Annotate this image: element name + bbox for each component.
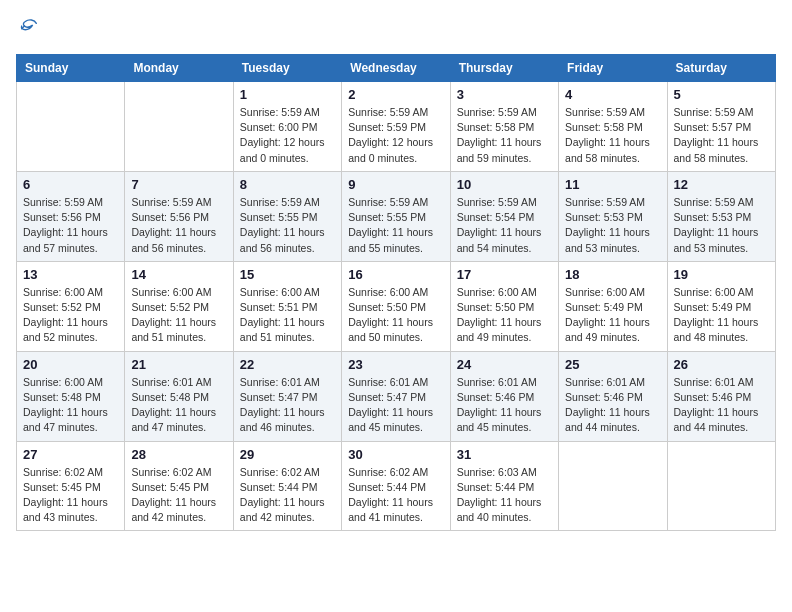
day-info: Sunrise: 5:59 AMSunset: 5:55 PMDaylight:… bbox=[240, 195, 335, 256]
calendar-cell: 25Sunrise: 6:01 AMSunset: 5:46 PMDayligh… bbox=[559, 351, 667, 441]
calendar-cell bbox=[559, 441, 667, 531]
day-number: 4 bbox=[565, 87, 660, 102]
calendar-cell bbox=[125, 82, 233, 172]
day-info: Sunrise: 6:00 AMSunset: 5:49 PMDaylight:… bbox=[674, 285, 769, 346]
calendar-cell: 18Sunrise: 6:00 AMSunset: 5:49 PMDayligh… bbox=[559, 261, 667, 351]
weekday-header-row: SundayMondayTuesdayWednesdayThursdayFrid… bbox=[17, 55, 776, 82]
calendar-cell: 7Sunrise: 5:59 AMSunset: 5:56 PMDaylight… bbox=[125, 171, 233, 261]
calendar-cell: 17Sunrise: 6:00 AMSunset: 5:50 PMDayligh… bbox=[450, 261, 558, 351]
day-number: 25 bbox=[565, 357, 660, 372]
calendar-cell: 12Sunrise: 5:59 AMSunset: 5:53 PMDayligh… bbox=[667, 171, 775, 261]
day-info: Sunrise: 5:59 AMSunset: 5:57 PMDaylight:… bbox=[674, 105, 769, 166]
day-number: 19 bbox=[674, 267, 769, 282]
calendar-cell: 16Sunrise: 6:00 AMSunset: 5:50 PMDayligh… bbox=[342, 261, 450, 351]
calendar-cell: 1Sunrise: 5:59 AMSunset: 6:00 PMDaylight… bbox=[233, 82, 341, 172]
day-info: Sunrise: 6:00 AMSunset: 5:52 PMDaylight:… bbox=[23, 285, 118, 346]
day-number: 14 bbox=[131, 267, 226, 282]
calendar-cell: 29Sunrise: 6:02 AMSunset: 5:44 PMDayligh… bbox=[233, 441, 341, 531]
calendar-cell: 23Sunrise: 6:01 AMSunset: 5:47 PMDayligh… bbox=[342, 351, 450, 441]
day-info: Sunrise: 6:01 AMSunset: 5:46 PMDaylight:… bbox=[457, 375, 552, 436]
calendar-week-row: 20Sunrise: 6:00 AMSunset: 5:48 PMDayligh… bbox=[17, 351, 776, 441]
day-info: Sunrise: 6:02 AMSunset: 5:45 PMDaylight:… bbox=[23, 465, 118, 526]
day-number: 10 bbox=[457, 177, 552, 192]
day-info: Sunrise: 5:59 AMSunset: 5:53 PMDaylight:… bbox=[674, 195, 769, 256]
day-number: 9 bbox=[348, 177, 443, 192]
day-number: 15 bbox=[240, 267, 335, 282]
calendar-cell bbox=[667, 441, 775, 531]
calendar-cell: 6Sunrise: 5:59 AMSunset: 5:56 PMDaylight… bbox=[17, 171, 125, 261]
calendar-cell: 13Sunrise: 6:00 AMSunset: 5:52 PMDayligh… bbox=[17, 261, 125, 351]
weekday-header-monday: Monday bbox=[125, 55, 233, 82]
day-info: Sunrise: 6:01 AMSunset: 5:47 PMDaylight:… bbox=[348, 375, 443, 436]
day-info: Sunrise: 6:00 AMSunset: 5:50 PMDaylight:… bbox=[348, 285, 443, 346]
day-info: Sunrise: 5:59 AMSunset: 5:56 PMDaylight:… bbox=[23, 195, 118, 256]
day-info: Sunrise: 6:01 AMSunset: 5:47 PMDaylight:… bbox=[240, 375, 335, 436]
day-number: 24 bbox=[457, 357, 552, 372]
day-number: 20 bbox=[23, 357, 118, 372]
calendar-cell: 21Sunrise: 6:01 AMSunset: 5:48 PMDayligh… bbox=[125, 351, 233, 441]
day-number: 7 bbox=[131, 177, 226, 192]
day-number: 29 bbox=[240, 447, 335, 462]
day-number: 3 bbox=[457, 87, 552, 102]
calendar-cell: 19Sunrise: 6:00 AMSunset: 5:49 PMDayligh… bbox=[667, 261, 775, 351]
day-info: Sunrise: 6:00 AMSunset: 5:51 PMDaylight:… bbox=[240, 285, 335, 346]
day-info: Sunrise: 6:00 AMSunset: 5:52 PMDaylight:… bbox=[131, 285, 226, 346]
weekday-header-thursday: Thursday bbox=[450, 55, 558, 82]
weekday-header-saturday: Saturday bbox=[667, 55, 775, 82]
day-number: 1 bbox=[240, 87, 335, 102]
calendar-cell: 5Sunrise: 5:59 AMSunset: 5:57 PMDaylight… bbox=[667, 82, 775, 172]
day-info: Sunrise: 6:00 AMSunset: 5:49 PMDaylight:… bbox=[565, 285, 660, 346]
day-number: 18 bbox=[565, 267, 660, 282]
calendar-cell: 24Sunrise: 6:01 AMSunset: 5:46 PMDayligh… bbox=[450, 351, 558, 441]
day-info: Sunrise: 6:00 AMSunset: 5:50 PMDaylight:… bbox=[457, 285, 552, 346]
day-number: 17 bbox=[457, 267, 552, 282]
calendar-cell: 14Sunrise: 6:00 AMSunset: 5:52 PMDayligh… bbox=[125, 261, 233, 351]
day-number: 31 bbox=[457, 447, 552, 462]
day-info: Sunrise: 5:59 AMSunset: 5:55 PMDaylight:… bbox=[348, 195, 443, 256]
calendar-cell: 26Sunrise: 6:01 AMSunset: 5:46 PMDayligh… bbox=[667, 351, 775, 441]
day-number: 13 bbox=[23, 267, 118, 282]
calendar-week-row: 6Sunrise: 5:59 AMSunset: 5:56 PMDaylight… bbox=[17, 171, 776, 261]
day-info: Sunrise: 5:59 AMSunset: 5:56 PMDaylight:… bbox=[131, 195, 226, 256]
day-number: 12 bbox=[674, 177, 769, 192]
day-info: Sunrise: 6:03 AMSunset: 5:44 PMDaylight:… bbox=[457, 465, 552, 526]
header bbox=[16, 16, 776, 42]
day-info: Sunrise: 5:59 AMSunset: 6:00 PMDaylight:… bbox=[240, 105, 335, 166]
weekday-header-wednesday: Wednesday bbox=[342, 55, 450, 82]
day-info: Sunrise: 6:01 AMSunset: 5:48 PMDaylight:… bbox=[131, 375, 226, 436]
calendar-cell: 9Sunrise: 5:59 AMSunset: 5:55 PMDaylight… bbox=[342, 171, 450, 261]
logo bbox=[16, 16, 40, 42]
calendar-cell: 4Sunrise: 5:59 AMSunset: 5:58 PMDaylight… bbox=[559, 82, 667, 172]
day-info: Sunrise: 6:01 AMSunset: 5:46 PMDaylight:… bbox=[565, 375, 660, 436]
day-number: 30 bbox=[348, 447, 443, 462]
day-number: 8 bbox=[240, 177, 335, 192]
day-info: Sunrise: 5:59 AMSunset: 5:58 PMDaylight:… bbox=[457, 105, 552, 166]
day-number: 22 bbox=[240, 357, 335, 372]
day-info: Sunrise: 6:02 AMSunset: 5:44 PMDaylight:… bbox=[348, 465, 443, 526]
day-number: 11 bbox=[565, 177, 660, 192]
day-info: Sunrise: 5:59 AMSunset: 5:59 PMDaylight:… bbox=[348, 105, 443, 166]
day-number: 26 bbox=[674, 357, 769, 372]
calendar-cell: 28Sunrise: 6:02 AMSunset: 5:45 PMDayligh… bbox=[125, 441, 233, 531]
calendar-table: SundayMondayTuesdayWednesdayThursdayFrid… bbox=[16, 54, 776, 531]
day-number: 28 bbox=[131, 447, 226, 462]
weekday-header-sunday: Sunday bbox=[17, 55, 125, 82]
calendar-cell: 11Sunrise: 5:59 AMSunset: 5:53 PMDayligh… bbox=[559, 171, 667, 261]
day-number: 21 bbox=[131, 357, 226, 372]
day-number: 27 bbox=[23, 447, 118, 462]
calendar-cell: 8Sunrise: 5:59 AMSunset: 5:55 PMDaylight… bbox=[233, 171, 341, 261]
calendar-week-row: 1Sunrise: 5:59 AMSunset: 6:00 PMDaylight… bbox=[17, 82, 776, 172]
calendar-cell: 31Sunrise: 6:03 AMSunset: 5:44 PMDayligh… bbox=[450, 441, 558, 531]
day-info: Sunrise: 6:00 AMSunset: 5:48 PMDaylight:… bbox=[23, 375, 118, 436]
calendar-cell: 30Sunrise: 6:02 AMSunset: 5:44 PMDayligh… bbox=[342, 441, 450, 531]
day-number: 5 bbox=[674, 87, 769, 102]
calendar-week-row: 13Sunrise: 6:00 AMSunset: 5:52 PMDayligh… bbox=[17, 261, 776, 351]
calendar-cell: 3Sunrise: 5:59 AMSunset: 5:58 PMDaylight… bbox=[450, 82, 558, 172]
day-number: 16 bbox=[348, 267, 443, 282]
calendar-cell: 15Sunrise: 6:00 AMSunset: 5:51 PMDayligh… bbox=[233, 261, 341, 351]
day-info: Sunrise: 5:59 AMSunset: 5:54 PMDaylight:… bbox=[457, 195, 552, 256]
calendar-cell: 2Sunrise: 5:59 AMSunset: 5:59 PMDaylight… bbox=[342, 82, 450, 172]
calendar-cell: 10Sunrise: 5:59 AMSunset: 5:54 PMDayligh… bbox=[450, 171, 558, 261]
day-info: Sunrise: 5:59 AMSunset: 5:53 PMDaylight:… bbox=[565, 195, 660, 256]
day-info: Sunrise: 6:02 AMSunset: 5:45 PMDaylight:… bbox=[131, 465, 226, 526]
